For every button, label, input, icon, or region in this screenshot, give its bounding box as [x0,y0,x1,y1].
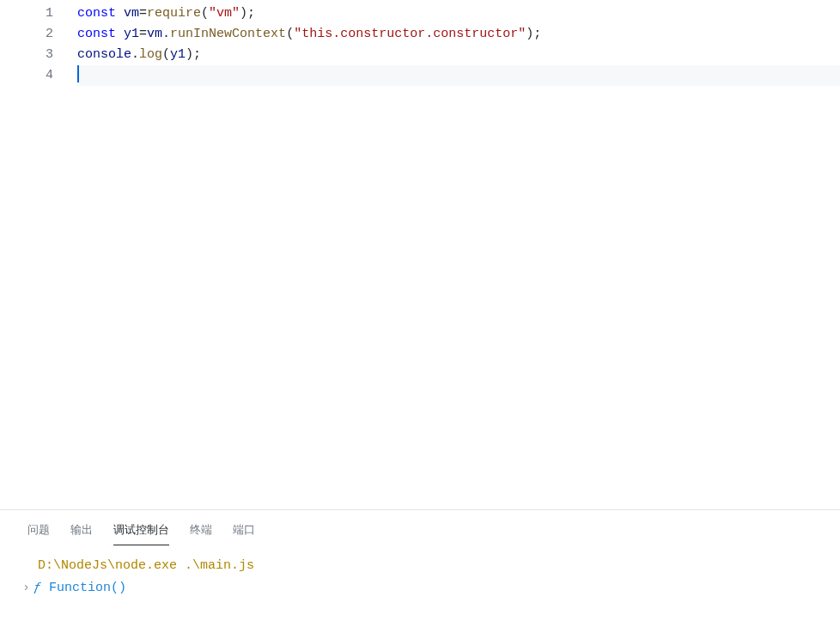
code-token: = [139,6,147,21]
panel-tab-terminal[interactable]: 终端 [190,519,212,545]
console-output-text: Function() [49,581,126,595]
code-token: console [77,47,131,62]
code-token: ); [240,6,255,21]
console-command-line: D:\NodeJs\node.exe .\main.js [38,555,813,577]
code-token: "vm" [209,6,240,21]
code-token: ); [186,47,201,62]
line-number-gutter: 1234 [0,0,77,509]
code-token [116,6,124,21]
code-line[interactable]: console.log(y1); [77,45,840,65]
code-token: log [139,47,162,62]
code-token: . [162,27,170,41]
code-line[interactable] [77,65,840,86]
code-token: const [77,27,116,41]
code-token: ( [201,6,209,21]
panel-tab-debug-console[interactable]: 调试控制台 [113,519,169,545]
code-token: vm [147,27,162,41]
panel-tab-problems[interactable]: 问题 [27,519,50,545]
panel-tabbar: 问题输出调试控制台终端端口 [0,510,840,546]
line-number: 4 [0,65,53,86]
expand-chevron-icon[interactable]: › [22,581,33,595]
code-token: vm [124,6,139,21]
line-number: 1 [0,3,53,24]
code-token: = [139,27,147,41]
code-token: . [131,47,139,62]
console-output-line[interactable]: ›ƒ Function() [22,577,813,600]
code-token: ( [162,47,170,62]
line-number: 2 [0,24,53,45]
code-content[interactable]: const vm=require("vm");const y1=vm.runIn… [77,0,840,509]
panel-tab-ports[interactable]: 端口 [233,519,255,545]
code-token: ); [526,27,541,41]
code-token: require [147,6,201,21]
code-line[interactable]: const y1=vm.runInNewContext("this.constr… [77,24,840,45]
code-token: y1 [170,47,186,62]
panel-tab-output[interactable]: 输出 [70,519,93,545]
bottom-panel: 问题输出调试控制台终端端口 D:\NodeJs\node.exe .\main.… [0,509,840,621]
function-symbol-icon: ƒ [33,581,41,595]
text-cursor [77,65,79,82]
code-token: y1 [124,27,139,41]
code-token: const [77,6,116,21]
line-number: 3 [0,45,53,65]
code-token: ( [286,27,294,41]
code-token [116,27,124,41]
code-token: runInNewContext [170,27,286,41]
code-token: "this.constructor.constructor" [294,27,526,41]
editor-area: 1234 const vm=require("vm");const y1=vm.… [0,0,840,509]
code-line[interactable]: const vm=require("vm"); [77,3,840,24]
debug-console-body[interactable]: D:\NodeJs\node.exe .\main.js ›ƒ Function… [0,546,840,600]
